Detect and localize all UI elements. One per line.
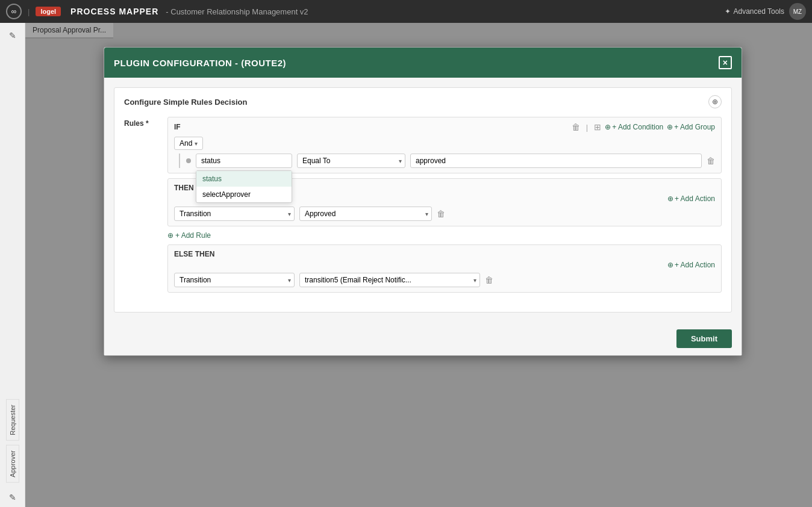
add-group-link[interactable]: ⊕ + Add Group [667, 123, 715, 131]
field-dropdown: status selectApprover [196, 170, 292, 203]
plugin-config-modal: PLUGIN CONFIGURATION - (ROUTE2) × Config… [104, 47, 742, 356]
modal-close-button[interactable]: × [719, 56, 732, 69]
field-input-wrapper: status selectApprover [196, 154, 292, 168]
else-then-label: ELSE THEN [174, 250, 715, 258]
configure-section: Configure Simple Rules Decision ⊕ Rules … [114, 87, 732, 313]
connector-dot [186, 158, 191, 163]
then-action-type-select[interactable]: Transition [174, 207, 295, 221]
then-action-value-select[interactable]: Approved [299, 207, 432, 221]
user-avatar[interactable]: MZ [789, 3, 806, 20]
condition-field-input[interactable] [196, 154, 292, 168]
condition-delete-icon[interactable]: 🗑 [707, 156, 715, 166]
approver-label: Approver [6, 445, 19, 483]
if-block: IF 🗑 | ⊞ ⊕ + Add Condition [167, 117, 722, 173]
modal-footer: Submit [104, 322, 742, 355]
caret-icon: ▾ [195, 140, 198, 147]
left-sidebar: ✎ Requester Approver ✎ [0, 23, 25, 507]
configure-header: Configure Simple Rules Decision ⊕ [124, 95, 722, 108]
modal-header: PLUGIN CONFIGURATION - (ROUTE2) × [104, 48, 742, 78]
condition-value-input[interactable] [410, 154, 702, 168]
grid-icon[interactable]: ⊞ [594, 122, 601, 132]
condition-row: status selectApprover [174, 154, 715, 168]
then-action-type-wrapper: Transition [174, 207, 295, 221]
requester-label: Requester [6, 399, 19, 441]
main-area: ✎ Requester Approver ✎ Proposal Approval… [0, 23, 812, 507]
connector-line [179, 154, 180, 168]
then-action-row: Transition Approved 🗑 [174, 207, 715, 221]
else-add-action-row: ⊕ + Add Action [174, 261, 715, 269]
if-actions: 🗑 | ⊞ ⊕ + Add Condition ⊕ [572, 122, 715, 132]
top-bar: ∞ | logel PROCESS MAPPER - Customer Rela… [0, 0, 812, 23]
rules-row: Rules * IF 🗑 | ⊞ [124, 117, 722, 297]
modal-body: Configure Simple Rules Decision ⊕ Rules … [104, 78, 742, 322]
operator-select-wrapper: Equal To [297, 154, 405, 168]
sidebar-item-edit2[interactable]: ✎ [2, 488, 23, 507]
rules-label: Rules * [124, 117, 160, 297]
else-add-action-link[interactable]: ⊕ + Add Action [667, 261, 715, 269]
add-condition-link[interactable]: ⊕ + Add Condition [605, 123, 663, 131]
plus-icon-5: ⊕ [667, 261, 673, 269]
add-rule-link[interactable]: ⊕ + Add Rule [167, 231, 722, 240]
operator-select[interactable]: Equal To [297, 154, 405, 168]
plus-icon-2: ⊕ [667, 123, 673, 131]
expand-icon[interactable]: ⊕ [708, 95, 722, 108]
else-action-value-wrapper: transition5 (Email Reject Notific... [299, 273, 480, 287]
dropdown-item-select-approver[interactable]: selectApprover [196, 187, 292, 202]
rules-content: IF 🗑 | ⊞ ⊕ + Add Condition [167, 117, 722, 297]
else-action-value-select[interactable]: transition5 (Email Reject Notific... [299, 273, 480, 287]
plus-icon-4: ⊕ [167, 231, 173, 240]
app-logo[interactable]: ∞ [6, 4, 22, 19]
else-action-delete-icon[interactable]: 🗑 [485, 275, 493, 285]
plus-icon: ⊕ [605, 123, 611, 131]
advanced-tools-link[interactable]: ✦ Advanced Tools [725, 7, 784, 16]
wrench-icon: ✦ [725, 7, 731, 16]
edit-icon-2: ✎ [9, 493, 16, 502]
then-action-delete-icon[interactable]: 🗑 [437, 209, 445, 219]
else-action-type-select[interactable]: Transition [174, 273, 295, 287]
edit-icon: ✎ [9, 31, 16, 40]
configure-title: Configure Simple Rules Decision [124, 98, 247, 107]
dropdown-item-status[interactable]: status [196, 171, 292, 187]
app-title: PROCESS MAPPER [70, 7, 158, 16]
app-subtitle: - Customer Relationship Management v2 [166, 7, 308, 16]
add-action-link[interactable]: ⊕ + Add Action [667, 194, 715, 203]
sidebar-item-edit1[interactable]: ✎ [2, 26, 23, 45]
brand-label[interactable]: logel [36, 7, 61, 16]
modal-title: PLUGIN CONFIGURATION - (ROUTE2) [114, 58, 286, 68]
trash-icon[interactable]: 🗑 [572, 122, 580, 132]
submit-button[interactable]: Submit [676, 329, 732, 348]
else-action-row: Transition transition5 (Email Reject Not… [174, 273, 715, 287]
if-block-header: IF 🗑 | ⊞ ⊕ + Add Condition [174, 122, 715, 132]
else-action-type-wrapper: Transition [174, 273, 295, 287]
else-then-section: ELSE THEN ⊕ + Add Action [167, 244, 722, 293]
if-label: IF [174, 123, 181, 131]
divider: | [28, 7, 30, 16]
canvas-area: Proposal Approval Pr... PLUGIN CONFIGURA… [25, 23, 812, 507]
and-selector[interactable]: And ▾ [174, 137, 203, 150]
plus-icon-3: ⊕ [667, 194, 673, 203]
then-action-value-wrapper: Approved [299, 207, 432, 221]
